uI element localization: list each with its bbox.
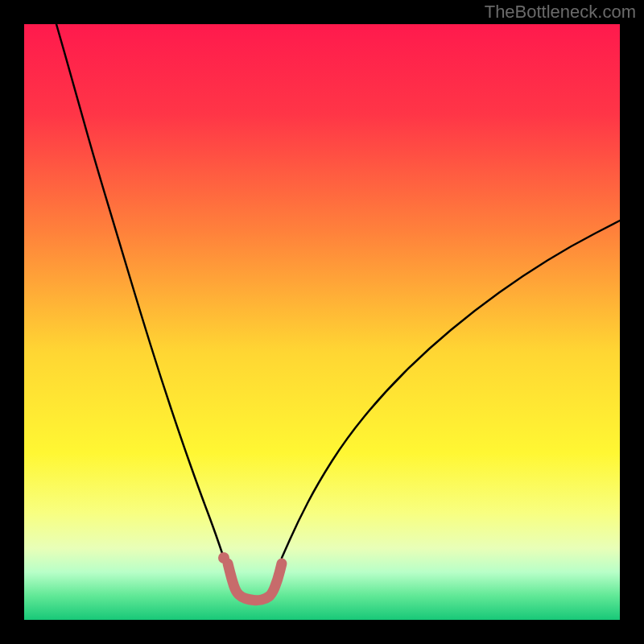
marker-dot [218, 552, 229, 564]
watermark-text: TheBottleneck.com [485, 2, 636, 23]
bottleneck-chart [0, 0, 644, 644]
chart-root: TheBottleneck.com [0, 0, 644, 644]
plot-background [24, 24, 620, 620]
